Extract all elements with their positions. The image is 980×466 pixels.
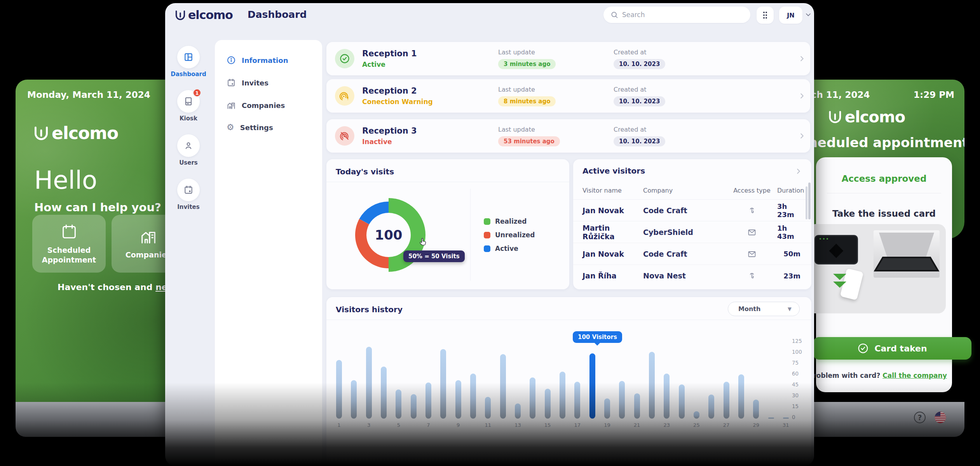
bar-day-22[interactable] [649,352,655,419]
bar-day-12[interactable] [500,354,506,419]
chevron-right-icon[interactable] [798,132,806,140]
user-menu-chevron[interactable] [804,11,812,19]
x-tick-9: 9 [455,422,461,428]
x-tick-10 [470,422,476,428]
nav-label: Companies [242,101,285,110]
table-row[interactable]: Jan Novak Code Craft 3h 23m [573,200,811,221]
reception-card[interactable]: Reception 2 Conection Warning Last updat… [326,79,810,113]
x-tick-11: 11 [485,422,491,428]
y-tick-45: 45 [792,379,802,390]
status-active-icon [335,49,354,68]
sidebar-item-dashboard[interactable]: Dashboard [171,46,206,78]
page-scrollbar[interactable] [808,183,811,219]
created-at-badge: 10. 10. 2023 [614,96,665,106]
table-row[interactable]: Jan Říha Nova Nest 23m [573,265,811,287]
nav-item-settings[interactable]: ⚙ Settings [227,123,310,132]
us-flag-icon[interactable] [934,411,947,424]
y-tick-30: 30 [792,390,802,401]
reception-status: Inactive [362,138,490,146]
reception-status: Conection Warning [362,98,490,106]
bar-day-29[interactable] [753,400,759,419]
mail-access-icon [747,228,757,237]
bar-day-2[interactable] [351,380,357,419]
dashboard-icon [183,52,194,62]
card-taken-button[interactable]: Card taken [813,337,971,360]
search-bar[interactable] [603,7,750,23]
card-title: Active visitors [582,166,645,176]
bar-day-23[interactable] [664,374,670,419]
y-tick-0: 0 [792,412,802,423]
bar-day-25[interactable] [694,411,699,419]
scheduled-appointment-button[interactable]: Scheduled Appointment [32,215,106,273]
dispenser-tray [874,230,940,278]
bar-day-24[interactable] [679,384,685,419]
table-scrollbar[interactable] [806,186,807,219]
search-input[interactable] [622,11,743,19]
bar-day-28[interactable] [738,374,744,419]
table-row[interactable]: Jan Novak Code Craft 50m [573,243,811,265]
chevron-right-icon[interactable] [798,92,806,100]
period-select[interactable]: Month ▼ [728,302,800,316]
bar-day-10[interactable] [470,374,476,419]
sidebar-item-invites[interactable]: Invites [177,179,200,210]
kiosk-icon [183,96,194,106]
bar-day-13[interactable] [515,403,521,419]
bar-tooltip: 100 Visitors [573,331,622,343]
nav-item-information[interactable]: Information [227,56,310,65]
chevron-right-icon[interactable] [794,167,803,176]
reception-card[interactable]: Reception 3 Inactive Last update 53 minu… [326,119,810,153]
kiosk-date: Monday, March 11, 2024 [27,90,150,100]
bar-day-20[interactable] [619,381,625,419]
reception-card[interactable]: Reception 1 Active Last update 3 minutes… [326,42,810,75]
card-instruction: Take the issued card [816,209,952,219]
bar-day-3[interactable] [366,347,372,419]
sidebar-label: Invites [177,203,199,210]
bar-day-19[interactable] [604,398,610,419]
sidebar-item-kiosk[interactable]: 1 Kiosk [177,90,200,122]
divider [470,189,471,281]
bar-day-5[interactable] [396,389,401,419]
nav-label: Settings [240,123,273,132]
bar-day-9[interactable] [455,380,461,419]
user-avatar[interactable]: JN [779,7,802,24]
bar-day-11[interactable] [485,397,491,419]
sidebar-item-users[interactable]: Users [177,134,200,166]
nav-item-companies[interactable]: Companies [227,101,310,110]
chevron-right-icon[interactable] [798,54,806,63]
bar-day-17[interactable] [574,382,580,419]
bar-day-1[interactable] [336,360,342,419]
calendar-icon [60,223,78,241]
bar-day-15[interactable] [545,389,551,419]
bar-day-14[interactable] [530,377,535,419]
bar-day-18[interactable] [589,353,595,419]
visit-duration: 50m [783,250,800,258]
donut-legend: Realized Unrealized Active [484,217,535,252]
bar-day-31[interactable] [783,417,789,419]
bar-day-21[interactable] [634,393,640,419]
bar-day-4[interactable] [381,367,387,419]
col-access-type: Access type [733,187,771,194]
bar-day-7[interactable] [425,383,431,419]
nav-item-invites[interactable]: Invites [227,78,310,87]
apps-grid-button[interactable] [757,7,774,24]
help-icon[interactable]: ? [914,412,926,423]
bar-day-27[interactable] [724,382,729,419]
bar-day-30[interactable] [768,417,774,419]
last-update-label: Last update [498,86,606,93]
bar-day-8[interactable] [440,349,446,419]
problem-text: Problem with card? [808,372,880,379]
visits-donut-chart[interactable]: 100 [346,192,431,278]
y-tick-125: 125 [792,336,802,346]
call-company-link[interactable]: Call the company [882,372,947,379]
welcomo-logo[interactable]: elcomo [174,8,233,22]
kiosk-question: How can I help you? [34,201,161,214]
x-tick-24 [679,422,685,428]
kiosk-actions: Scheduled Appointment Companies [32,215,179,273]
bar-day-6[interactable] [411,394,417,419]
bar-day-26[interactable] [708,395,714,419]
table-row[interactable]: Martin Růžička CyberShield 1h 43m [573,221,811,243]
bar-day-16[interactable] [560,372,565,419]
x-tick-8 [440,422,446,428]
visit-duration: 23m [783,272,800,280]
created-at-badge: 10. 10. 2023 [614,136,665,146]
